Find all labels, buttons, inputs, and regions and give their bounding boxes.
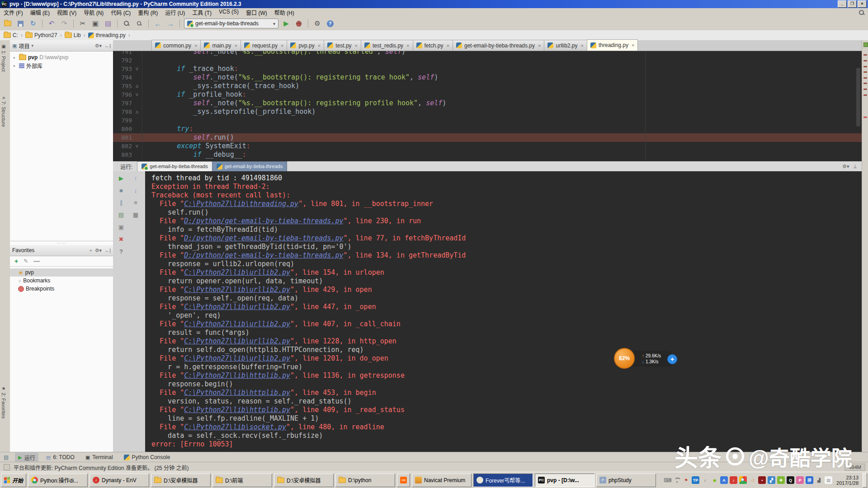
editor-tab[interactable]: request.py× [241, 40, 287, 51]
network-icon[interactable]: ▟ [815, 476, 823, 484]
replace-icon[interactable] [134, 19, 144, 28]
menu-item[interactable]: 重构 (R) [134, 8, 161, 17]
console-output[interactable]: fetch thread by tid : 4914981860Exceptio… [145, 171, 862, 452]
stop-icon[interactable]: ■ [117, 186, 125, 194]
copy-icon[interactable]: ▣ [90, 19, 100, 28]
sticky-notes-icon[interactable]: ▤ [825, 476, 832, 484]
pause-output-icon[interactable]: ∥ [117, 198, 125, 206]
restore-layout-icon[interactable]: ▤ [117, 211, 125, 219]
edit-icon[interactable]: ✎ [24, 258, 28, 264]
error-stripe-mark[interactable] [863, 77, 867, 79]
favorites-item[interactable]: ∨Bookmarks [10, 277, 113, 285]
audio-device-icon[interactable]: ♪ [701, 476, 709, 484]
stack-file-link[interactable]: C:\Python27\lib\urllib2.py [184, 286, 290, 294]
volume-icon[interactable]: ◁ [749, 476, 756, 484]
editor-tab[interactable]: test.py× [324, 40, 361, 51]
breadcrumb-item[interactable]: threading.py [88, 32, 126, 38]
add-icon[interactable]: + [14, 258, 18, 265]
taskbar-clock[interactable]: 23:13 2017/1/28 [836, 475, 859, 486]
favorites-item[interactable]: Breakpoints [10, 285, 113, 293]
stack-file-link[interactable]: C:\Python27\lib\httplib.py [184, 371, 290, 380]
fold-marker-icon[interactable]: ▽ [132, 142, 142, 150]
menu-item[interactable]: VCS (S) [215, 8, 242, 17]
breadcrumb-item[interactable]: C: [4, 32, 18, 38]
toolwindow-button-pythonconsole[interactable]: Python Console [121, 453, 174, 462]
error-stripe-mark[interactable] [863, 54, 867, 56]
net-speed-widget[interactable]: ↑29.6K/s ↓1.3K/s 82% + [614, 347, 677, 371]
hide-panel-icon[interactable]: ←| [104, 43, 111, 49]
taskbar-button[interactable]: D:\前端 [212, 474, 272, 487]
print-icon[interactable]: ▦ [132, 211, 140, 219]
up-stack-icon[interactable]: ↑ [132, 174, 140, 182]
save-all-icon[interactable] [15, 19, 25, 28]
rerun-icon[interactable]: ▶ [117, 174, 125, 182]
editor-tab[interactable]: urllib2.py× [544, 40, 587, 51]
softwrap-icon[interactable]: ≡ [132, 198, 140, 206]
gear-icon[interactable]: ⚙▾ [95, 43, 102, 49]
down-stack-icon[interactable]: ↓ [132, 186, 140, 194]
tp-link-icon[interactable]: TP [692, 476, 699, 484]
close-icon[interactable]: × [194, 43, 197, 48]
taskbar-button[interactable]: Python:操作di... [28, 474, 88, 487]
chrome-icon[interactable] [739, 476, 747, 484]
penguin-icon[interactable]: P [796, 476, 804, 484]
stack-file-link[interactable]: D:/python/get-email-by-tieba-threads.py [184, 217, 343, 225]
wifi-icon[interactable] [674, 478, 680, 483]
stripe-tab-structure[interactable]: ≡7: Structure [1, 97, 6, 127]
taskbar-button[interactable]: Navicat Premium [412, 474, 472, 487]
toolwindow-button-[interactable]: ▶运行 [15, 453, 38, 462]
minimize-panel-icon[interactable]: ⊥ [853, 164, 857, 169]
keyboard-icon[interactable]: ⌨ [664, 476, 671, 484]
hide-panel-icon[interactable]: ←| [104, 248, 111, 253]
chevron-down-icon[interactable]: ▾ [31, 43, 33, 48]
close-icon[interactable]: × [235, 43, 237, 48]
menu-item[interactable]: 运行 (U) [161, 8, 189, 17]
stack-file-link[interactable]: C:\Python27\lib\urllib2.py [184, 268, 290, 277]
menu-item[interactable]: 工具 (T) [189, 8, 215, 17]
stack-file-link[interactable]: C:\Python27\lib\httplib.py [184, 406, 290, 414]
error-stripe-mark[interactable] [863, 89, 867, 90]
cut-icon[interactable]: ✂ [78, 19, 88, 28]
stack-file-link[interactable]: C:\Python27\lib\threading.py [184, 200, 298, 208]
tree-item[interactable]: ▸外部库 [10, 61, 113, 70]
stack-file-link[interactable]: C:\Python27\lib\urllib2.py [184, 354, 290, 362]
error-stripe-mark[interactable] [863, 117, 867, 118]
close-icon[interactable]: ✖ [117, 235, 125, 243]
open-icon[interactable] [3, 19, 13, 28]
forward-icon[interactable]: → [165, 19, 175, 28]
netease-music-icon[interactable]: ♪ [730, 476, 737, 484]
expand-arrow-icon[interactable]: ▸ [14, 56, 17, 60]
editor-tab[interactable]: threading.py× [587, 39, 638, 51]
memory-percent-ball[interactable]: 82% [614, 348, 635, 369]
split-icon[interactable]: ÷ [90, 248, 92, 253]
close-button[interactable]: × [858, 0, 867, 8]
close-icon[interactable]: × [355, 43, 358, 48]
stack-file-link[interactable]: C:\Python27\lib\urllib2.py [184, 337, 290, 345]
favorites-panel-header[interactable]: Favorites ÷ ⚙▾ ←| [10, 245, 113, 256]
add-button[interactable]: + [667, 354, 677, 364]
tree-item[interactable]: ▸pvp D:\www\pvp [10, 53, 113, 61]
menu-item[interactable]: 视图 (V) [53, 8, 80, 17]
qq-icon[interactable]: Q [787, 476, 794, 484]
close-icon[interactable]: × [581, 43, 584, 48]
show-desktop-button[interactable] [863, 473, 867, 488]
remove-icon[interactable]: — [33, 258, 40, 265]
taskbar-button[interactable]: PphpStudy [596, 474, 656, 487]
title-bar[interactable]: PC pvp - [D:\www\pvp] - C:\Python27\Lib\… [0, 0, 868, 8]
back-icon[interactable]: ← [153, 19, 163, 28]
sync-icon[interactable]: ↻ [28, 19, 38, 28]
error-stripe-mark[interactable] [863, 71, 867, 73]
editor-tab[interactable]: test_redis.py× [361, 40, 413, 51]
stack-file-link[interactable]: C:\Python27\lib\httplib.py [184, 389, 290, 397]
editor-tab[interactable]: fetch.py× [413, 40, 453, 51]
stack-file-link[interactable]: D:/python/get-email-by-tieba-threads.py [184, 234, 343, 242]
close-icon[interactable]: × [406, 43, 409, 48]
error-stripe-mark[interactable] [863, 83, 867, 84]
pin-icon[interactable]: ▣ [117, 223, 125, 231]
help-icon[interactable]: ? [325, 19, 335, 28]
editor-scrollbar[interactable] [856, 68, 860, 127]
debug-icon[interactable] [294, 19, 304, 28]
project-panel-header[interactable]: ▣ 项目 ▾ ⚙▾ ←| [10, 40, 113, 52]
favorites-item[interactable]: ★pvp [10, 268, 113, 277]
stack-file-link[interactable]: C:\Python27\lib\urllib2.py [184, 303, 290, 311]
